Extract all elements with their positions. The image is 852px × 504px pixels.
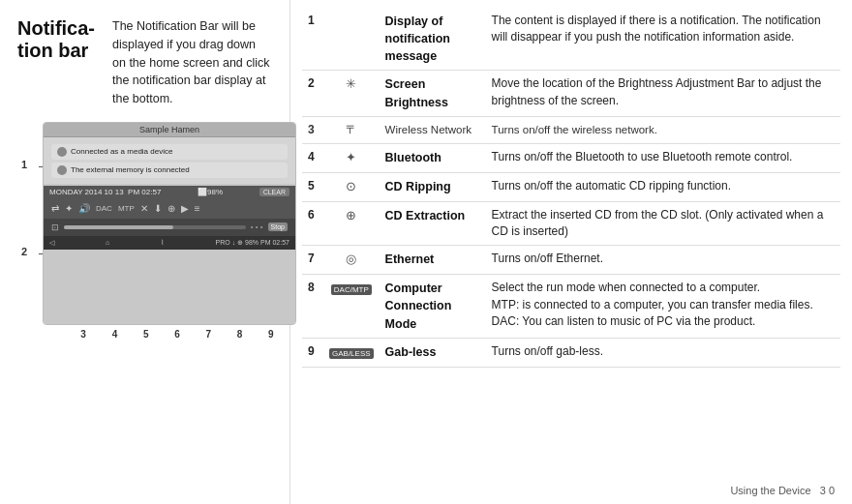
slider-icon: ⊡ [51,222,59,232]
row-num-7: 7 [302,246,323,275]
row-num-2: 2 [302,71,323,116]
row-name-1: Display of notification message [380,8,486,71]
table-row: 7◎EthernetTurns on/off Ethernet. [302,246,840,275]
row-icon-2: ✳ [323,71,380,116]
row-num-3: 3 [302,116,323,143]
num-6: 6 [174,329,180,340]
row-icon-4: ✦ [323,144,380,173]
section-title: Notifica-tion bar [17,17,95,62]
left-panel: Notifica-tion bar The Notification Bar w… [0,0,290,504]
ctrl-wifi: ⇄ [51,203,59,214]
footer-text: Using the Device [730,485,810,496]
footer-page: 3 0 [820,485,835,496]
notification-icon-1 [57,147,67,157]
ctrl-dac: DAC [96,204,112,213]
section-title-block: Notifica-tion bar The Notification Bar w… [17,17,272,108]
device-bottom-bar: ◁ ⌂ ⌇ PRO ↓ ⊕ 98% PM 02:57 [44,236,295,250]
row-name-7: Ethernet [380,246,486,275]
row-name-2: Screen Brightness [380,71,486,116]
device-status-left: MONDAY 2014 10 13 PM 02:57 [49,188,161,196]
table-row: 9GAB/LESSGab-lessTurns on/off gab-less. [302,338,840,367]
label-2: 2 [21,246,27,257]
table-row: 4✦BluetoothTurns on/off the Bluetooth to… [302,144,840,173]
ctrl-up: ⊕ [167,203,175,214]
device-screen: Sample Hamen Connected as a media device… [44,123,295,324]
section-description: The Notification Bar will be displayed i… [112,17,272,108]
ctrl-vol: 🔊 [78,203,90,214]
row-desc-1: The content is displayed if there is a n… [486,8,840,71]
num-8: 8 [237,329,243,340]
row-desc-4: Turns on/off the Bluetooth to use Blueto… [486,144,840,173]
row-icon-1 [323,8,380,71]
device-status-bar: MONDAY 2014 10 13 PM 02:57 ⬜98% CLEAR [44,186,295,198]
device-clear-btn: CLEAR [259,188,289,196]
table-row: 3〒Wireless NetworkTurns on/off the wirel… [302,116,840,143]
num-4: 4 [112,329,118,340]
ctrl-menu: ≡ [195,203,200,214]
row-desc-7: Turns on/off Ethernet. [486,246,840,275]
device-slider [64,225,246,229]
num-9: 9 [268,329,274,340]
notification-text-1: Connected as a media device [71,147,172,156]
num-5: 5 [143,329,149,340]
footer-note: Using the Device 3 0 [730,485,835,496]
ctrl-dl: ⬇ [154,203,162,214]
row-icon-9: GAB/LESS [323,338,380,367]
device-bottom-numbers: 3 4 5 6 7 8 9 [39,325,296,341]
row-icon-3: 〒 [323,116,380,143]
row-desc-8: Select the run mode when connected to a … [486,275,840,338]
row-num-5: 5 [302,172,323,201]
device-image: Sample Hamen Connected as a media device… [43,122,296,325]
eq-btn: ⌇ [161,239,164,247]
device-top-text: Sample Hamen [139,125,199,134]
row-name-8: Computer Connection Mode [380,275,486,338]
notification-text-2: The external memory is connected [71,165,190,174]
table-row: 2✳Screen BrightnessMove the location of … [302,71,840,116]
row-icon-5: ⊙ [323,172,380,201]
table-row: 1Display of notification messageThe cont… [302,8,840,71]
row-num-8: 8 [302,275,323,338]
num-7: 7 [205,329,211,340]
ctrl-x: ✕ [140,203,148,214]
ctrl-bt: ✦ [65,203,73,214]
table-row: 8DAC/MTPComputer Connection ModeSelect t… [302,275,840,338]
home-btn: ⌂ [106,239,109,246]
row-desc-2: Move the location of the Brightness Adju… [486,71,840,116]
bottom-info: PRO ↓ ⊕ 98% PM 02:57 [216,239,289,247]
row-name-3: Wireless Network [380,116,486,143]
row-num-6: 6 [302,201,323,246]
row-desc-5: Turns on/off the automatic CD ripping fu… [486,172,840,201]
device-notification-1: Connected as a media device [51,144,288,160]
table-row: 5⊙CD RippingTurns on/off the automatic C… [302,172,840,201]
device-notification-2: The external memory is connected [51,163,288,178]
device-top-bar: Sample Hamen [44,123,295,137]
row-icon-6: ⊕ [323,201,380,246]
row-name-5: CD Ripping [380,172,486,201]
label-1: 1 [21,159,27,170]
feature-table: 1Display of notification messageThe cont… [302,8,840,368]
right-panel: 1Display of notification messageThe cont… [290,0,852,504]
row-num-4: 4 [302,144,323,173]
num-3: 3 [80,329,86,340]
table-row: 6⊕CD ExtractionExtract the inserted CD f… [302,201,840,246]
row-icon-8: DAC/MTP [323,275,380,338]
back-btn: ◁ [49,239,54,247]
stop-btn: Stop [268,222,288,231]
row-name-4: Bluetooth [380,144,486,173]
row-desc-3: Turns on/off the wireless network. [486,116,840,143]
row-name-6: CD Extraction [380,201,486,246]
row-desc-6: Extract the inserted CD from the CD slot… [486,201,840,246]
notification-icon-2 [57,165,67,175]
row-num-9: 9 [302,338,323,367]
row-desc-9: Turns on/off gab-less. [486,338,840,367]
slider-dots: • • • [251,222,263,231]
row-name-9: Gab-less [380,338,486,367]
ctrl-play: ▶ [181,203,189,214]
row-num-1: 1 [302,8,323,71]
device-slider-fill [64,225,173,229]
row-icon-7: ◎ [323,246,380,275]
ctrl-mtp: MTP [118,204,135,213]
device-battery: ⬜98% [198,188,223,196]
